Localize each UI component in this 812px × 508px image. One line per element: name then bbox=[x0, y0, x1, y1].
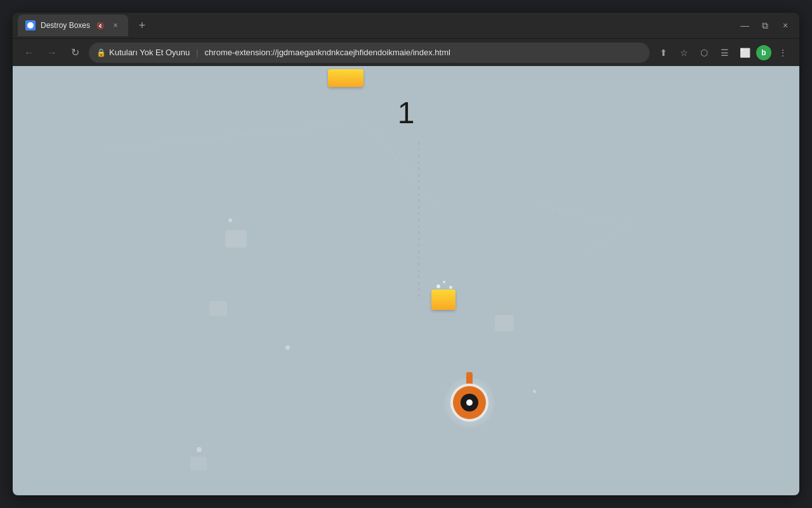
title-bar: Destroy Boxes 🔇 × + — ⧉ × bbox=[13, 13, 799, 38]
player-inner-circle bbox=[461, 394, 478, 411]
nav-right-controls: ⬆ ☆ ⬡ ☰ ⬜ b ⋮ bbox=[655, 44, 792, 62]
svg-line-1 bbox=[367, 124, 438, 206]
minimize-button[interactable]: — bbox=[736, 17, 754, 34]
ghost-box-3 bbox=[495, 315, 514, 331]
tab-favicon bbox=[25, 20, 36, 30]
reload-button[interactable]: ↻ bbox=[66, 44, 84, 62]
middle-box-container bbox=[431, 290, 455, 310]
share-button[interactable]: ⬆ bbox=[655, 44, 672, 62]
bubble-2 bbox=[443, 281, 445, 283]
scatter-dot-4 bbox=[285, 345, 290, 350]
address-site-name: Kutuları Yok Et Oyunu bbox=[109, 48, 190, 57]
extensions-button[interactable]: ⬡ bbox=[695, 44, 713, 62]
window-close-button[interactable]: × bbox=[776, 17, 794, 34]
scatter-dot-2 bbox=[228, 218, 232, 222]
svg-line-0 bbox=[108, 124, 343, 149]
split-button[interactable]: ⬜ bbox=[736, 44, 754, 62]
game-canvas[interactable]: 1 bbox=[13, 66, 799, 495]
top-box bbox=[328, 69, 363, 87]
profile-button[interactable]: b bbox=[756, 45, 771, 60]
player-center-dot bbox=[466, 399, 473, 406]
extlist-button[interactable]: ☰ bbox=[716, 44, 733, 62]
player-cannon bbox=[466, 372, 473, 385]
player bbox=[450, 384, 488, 422]
trails-overlay bbox=[13, 66, 799, 495]
svg-line-4 bbox=[584, 220, 631, 257]
address-favicon-icon: 🔒 bbox=[96, 48, 105, 57]
ghost-box-2 bbox=[209, 301, 227, 316]
active-tab[interactable]: Destroy Boxes 🔇 × bbox=[18, 15, 128, 36]
scatter-dot-1 bbox=[197, 447, 202, 452]
more-button[interactable]: ⋮ bbox=[774, 44, 792, 62]
bubble-1 bbox=[436, 284, 440, 288]
maximize-button[interactable]: ⧉ bbox=[756, 17, 774, 34]
player-orange-ring bbox=[453, 386, 486, 419]
back-button[interactable]: ← bbox=[20, 44, 38, 62]
address-bar[interactable]: 🔒 Kutuları Yok Et Oyunu | chrome-extensi… bbox=[89, 43, 650, 63]
tab-close-button[interactable]: × bbox=[110, 20, 121, 30]
middle-box bbox=[431, 290, 455, 310]
ghost-box-1 bbox=[225, 230, 247, 248]
navigation-bar: ← → ↻ 🔒 Kutuları Yok Et Oyunu | chrome-e… bbox=[13, 38, 799, 66]
new-tab-button[interactable]: + bbox=[133, 17, 151, 34]
window-controls: — ⧉ × bbox=[736, 17, 794, 34]
bubble-3 bbox=[449, 286, 452, 289]
address-separator: | bbox=[196, 48, 198, 57]
tab-mute-icon[interactable]: 🔇 bbox=[95, 20, 105, 30]
browser-window: Destroy Boxes 🔇 × + — ⧉ × ← → ↻ 🔒 Kutula… bbox=[13, 13, 799, 495]
bookmark-button[interactable]: ☆ bbox=[675, 44, 693, 62]
score-display: 1 bbox=[398, 98, 415, 128]
player-outer-ring bbox=[450, 384, 488, 422]
address-url: chrome-extension://jgdmaegankndnkcaejhfi… bbox=[205, 48, 450, 57]
tab-title: Destroy Boxes bbox=[41, 21, 90, 30]
scatter-dot-5 bbox=[533, 390, 536, 393]
svg-line-3 bbox=[539, 206, 622, 225]
forward-button[interactable]: → bbox=[43, 44, 61, 62]
ghost-box-4 bbox=[190, 457, 207, 471]
